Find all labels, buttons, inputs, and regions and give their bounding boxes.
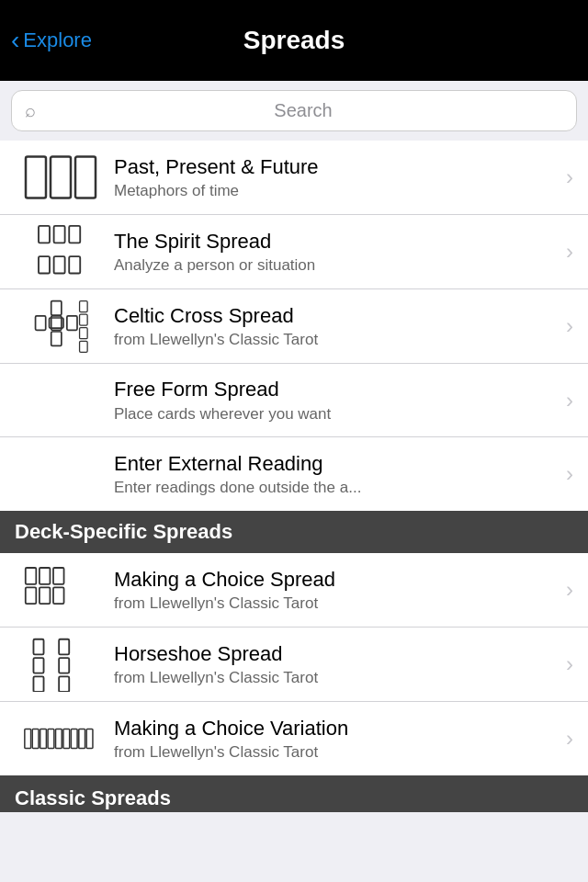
item-text: Enter External Reading Enter readings do…: [107, 451, 566, 498]
back-chevron-icon: ‹: [11, 28, 19, 53]
page-title: Spreads: [243, 26, 345, 55]
deck-specific-section: Making a Choice Spread from Llewellyn's …: [0, 553, 588, 775]
svg-rect-25: [33, 639, 43, 655]
svg-rect-17: [80, 328, 88, 339]
item-subtitle: Enter readings done outside the a...: [114, 479, 559, 497]
svg-rect-0: [26, 157, 46, 198]
item-title: Making a Choice Variation: [114, 716, 559, 742]
chevron-right-icon: ›: [566, 577, 573, 603]
svg-rect-22: [26, 587, 37, 604]
svg-rect-34: [48, 729, 54, 748]
svg-rect-28: [59, 639, 69, 655]
chevron-right-icon: ›: [566, 461, 573, 487]
item-icon-making-choice-variation: [15, 711, 107, 766]
item-subtitle: Place cards wherever you want: [114, 405, 559, 424]
svg-rect-37: [71, 729, 77, 748]
item-title: Free Form Spread: [114, 377, 559, 403]
list-item[interactable]: Past, Present & Future Metaphors of time…: [0, 141, 588, 215]
item-text: Making a Choice Variation from Llewellyn…: [107, 716, 566, 763]
item-title: The Spirit Spread: [114, 229, 559, 255]
deck-specific-header: Deck-Specific Spreads: [0, 511, 588, 553]
svg-rect-32: [32, 729, 39, 748]
back-button[interactable]: ‹ Explore: [11, 28, 92, 53]
item-text: Celtic Cross Spread from Llewellyn's Cla…: [107, 303, 566, 350]
list-item[interactable]: Enter External Reading Enter readings do…: [0, 437, 588, 511]
svg-rect-38: [79, 729, 85, 748]
navigation-bar: ‹ Explore Spreads: [0, 0, 588, 81]
svg-rect-26: [33, 658, 43, 673]
classic-spreads-header: Classic Spreads: [0, 775, 588, 812]
item-icon-past-present-future: [15, 150, 107, 205]
chevron-right-icon: ›: [566, 651, 573, 677]
item-subtitle: Metaphors of time: [114, 182, 559, 200]
item-text: The Spirit Spread Analyze a person or si…: [107, 229, 566, 276]
svg-rect-5: [69, 226, 80, 243]
chevron-right-icon: ›: [566, 164, 573, 190]
svg-rect-4: [54, 226, 65, 243]
svg-rect-2: [75, 157, 96, 198]
item-icon-making-choice: [15, 562, 107, 617]
item-subtitle: from Llewellyn's Classic Tarot: [114, 743, 559, 762]
item-subtitle: from Llewellyn's Classic Tarot: [114, 669, 559, 687]
svg-rect-29: [59, 658, 69, 673]
svg-rect-39: [86, 729, 93, 748]
search-bar[interactable]: ⌕: [11, 90, 577, 131]
list-item[interactable]: Celtic Cross Spread from Llewellyn's Cla…: [0, 289, 588, 364]
search-bar-container: ⌕: [0, 81, 588, 141]
general-spreads-section: Past, Present & Future Metaphors of time…: [0, 141, 588, 511]
svg-rect-19: [26, 568, 37, 584]
svg-rect-14: [67, 316, 77, 330]
item-title: Horseshoe Spread: [114, 641, 559, 668]
svg-rect-7: [54, 256, 65, 273]
svg-rect-33: [40, 729, 47, 748]
item-subtitle: from Llewellyn's Classic Tarot: [114, 594, 559, 613]
chevron-right-icon: ›: [566, 239, 573, 265]
list-item[interactable]: Free Form Spread Place cards wherever yo…: [0, 364, 588, 437]
svg-rect-20: [40, 568, 51, 584]
svg-rect-31: [25, 729, 31, 748]
item-subtitle: Analyze a person or situation: [114, 256, 559, 275]
svg-rect-24: [53, 587, 64, 604]
search-input[interactable]: [43, 100, 563, 121]
svg-rect-1: [51, 157, 71, 198]
item-icon-celtic-cross: [15, 299, 107, 354]
item-title: Past, Present & Future: [114, 154, 559, 181]
svg-rect-15: [80, 301, 88, 312]
svg-rect-3: [39, 226, 50, 243]
list-item[interactable]: Horseshoe Spread from Llewellyn's Classi…: [0, 628, 588, 702]
svg-rect-16: [80, 314, 88, 325]
list-item[interactable]: The Spirit Spread Analyze a person or si…: [0, 215, 588, 289]
chevron-right-icon: ›: [566, 726, 573, 752]
svg-rect-23: [40, 587, 51, 604]
item-subtitle: from Llewellyn's Classic Tarot: [114, 331, 559, 349]
svg-rect-18: [80, 341, 88, 352]
svg-rect-21: [53, 568, 64, 584]
svg-rect-6: [39, 256, 50, 273]
svg-rect-36: [63, 729, 70, 748]
item-icon-spirit-spread: [15, 224, 107, 279]
list-item[interactable]: Making a Choice Spread from Llewellyn's …: [0, 553, 588, 628]
svg-rect-8: [69, 256, 80, 273]
item-title: Celtic Cross Spread: [114, 303, 559, 330]
list-item[interactable]: Making a Choice Variation from Llewellyn…: [0, 702, 588, 775]
item-icon-horseshoe: [15, 637, 107, 692]
item-text: Past, Present & Future Metaphors of time: [107, 154, 566, 201]
svg-rect-35: [56, 729, 62, 748]
item-text: Free Form Spread Place cards wherever yo…: [107, 377, 566, 424]
chevron-right-icon: ›: [566, 388, 573, 413]
item-text: Horseshoe Spread from Llewellyn's Classi…: [107, 641, 566, 688]
item-text: Making a Choice Spread from Llewellyn's …: [107, 567, 566, 614]
svg-rect-12: [51, 332, 62, 345]
chevron-right-icon: ›: [566, 313, 573, 339]
back-label: Explore: [23, 28, 92, 52]
svg-rect-30: [59, 676, 69, 692]
search-icon: ⌕: [25, 100, 36, 121]
item-title: Making a Choice Spread: [114, 567, 559, 594]
item-title: Enter External Reading: [114, 451, 559, 478]
svg-rect-13: [36, 316, 46, 330]
svg-rect-27: [33, 676, 43, 692]
svg-rect-11: [51, 301, 62, 315]
